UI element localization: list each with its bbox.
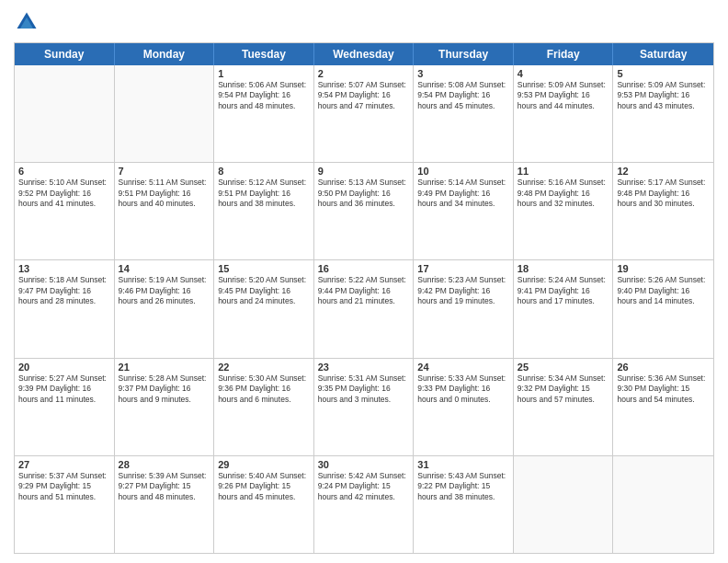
day-info: Sunrise: 5:36 AM Sunset: 9:30 PM Dayligh… (617, 373, 710, 405)
day-number: 31 (417, 459, 509, 470)
header-day-saturday: Saturday (613, 43, 713, 65)
day-info: Sunrise: 5:40 AM Sunset: 9:26 PM Dayligh… (218, 471, 310, 502)
header-day-friday: Friday (514, 43, 614, 65)
calendar-cell-day-13: 13Sunrise: 5:18 AM Sunset: 9:47 PM Dayli… (15, 260, 115, 357)
day-number: 9 (318, 166, 410, 177)
calendar-cell-day-1: 1Sunrise: 5:06 AM Sunset: 9:54 PM Daylig… (214, 65, 314, 162)
calendar-row-3: 13Sunrise: 5:18 AM Sunset: 9:47 PM Dayli… (15, 260, 713, 358)
calendar-cell-empty (514, 456, 614, 553)
header-day-wednesday: Wednesday (314, 43, 415, 65)
day-info: Sunrise: 5:26 AM Sunset: 9:40 PM Dayligh… (617, 275, 710, 306)
calendar-cell-day-16: 16Sunrise: 5:22 AM Sunset: 9:44 PM Dayli… (314, 260, 415, 357)
calendar-cell-day-4: 4Sunrise: 5:09 AM Sunset: 9:53 PM Daylig… (514, 65, 614, 162)
calendar-cell-day-6: 6Sunrise: 5:10 AM Sunset: 9:52 PM Daylig… (15, 163, 115, 259)
day-number: 22 (218, 362, 310, 373)
day-number: 8 (218, 166, 310, 177)
calendar-header: SundayMondayTuesdayWednesdayThursdayFrid… (15, 43, 713, 65)
day-number: 18 (518, 263, 609, 274)
calendar-cell-day-19: 19Sunrise: 5:26 AM Sunset: 9:40 PM Dayli… (613, 260, 713, 357)
day-number: 12 (617, 166, 710, 177)
day-number: 28 (119, 459, 210, 470)
day-info: Sunrise: 5:12 AM Sunset: 9:51 PM Dayligh… (218, 178, 310, 209)
header-day-sunday: Sunday (15, 43, 115, 65)
page: SundayMondayTuesdayWednesdayThursdayFrid… (0, 0, 728, 563)
calendar-row-1: 1Sunrise: 5:06 AM Sunset: 9:54 PM Daylig… (15, 65, 713, 163)
calendar-cell-day-18: 18Sunrise: 5:24 AM Sunset: 9:41 PM Dayli… (514, 260, 614, 357)
calendar-cell-day-29: 29Sunrise: 5:40 AM Sunset: 9:26 PM Dayli… (214, 456, 314, 553)
calendar-cell-day-9: 9Sunrise: 5:13 AM Sunset: 9:50 PM Daylig… (314, 163, 415, 259)
logo (14, 9, 43, 35)
calendar-cell-day-5: 5Sunrise: 5:09 AM Sunset: 9:53 PM Daylig… (613, 65, 713, 162)
calendar-cell-day-12: 12Sunrise: 5:17 AM Sunset: 9:48 PM Dayli… (613, 163, 713, 259)
calendar-cell-day-28: 28Sunrise: 5:39 AM Sunset: 9:27 PM Dayli… (115, 456, 215, 553)
calendar-cell-day-20: 20Sunrise: 5:27 AM Sunset: 9:39 PM Dayli… (15, 359, 115, 455)
calendar-cell-day-30: 30Sunrise: 5:42 AM Sunset: 9:24 PM Dayli… (314, 456, 415, 553)
calendar-row-4: 20Sunrise: 5:27 AM Sunset: 9:39 PM Dayli… (15, 359, 713, 456)
day-info: Sunrise: 5:42 AM Sunset: 9:24 PM Dayligh… (318, 471, 410, 502)
day-info: Sunrise: 5:22 AM Sunset: 9:44 PM Dayligh… (318, 275, 410, 306)
header-day-monday: Monday (115, 43, 215, 65)
calendar-cell-day-21: 21Sunrise: 5:28 AM Sunset: 9:37 PM Dayli… (115, 359, 215, 455)
calendar-cell-day-11: 11Sunrise: 5:16 AM Sunset: 9:48 PM Dayli… (514, 163, 614, 259)
day-info: Sunrise: 5:09 AM Sunset: 9:53 PM Dayligh… (617, 80, 710, 111)
calendar-cell-day-26: 26Sunrise: 5:36 AM Sunset: 9:30 PM Dayli… (613, 359, 713, 455)
calendar-cell-day-3: 3Sunrise: 5:08 AM Sunset: 9:54 PM Daylig… (414, 65, 514, 162)
calendar-row-5: 27Sunrise: 5:37 AM Sunset: 9:29 PM Dayli… (15, 456, 713, 553)
calendar-cell-day-17: 17Sunrise: 5:23 AM Sunset: 9:42 PM Dayli… (414, 260, 514, 357)
day-info: Sunrise: 5:17 AM Sunset: 9:48 PM Dayligh… (617, 178, 710, 209)
calendar-cell-day-25: 25Sunrise: 5:34 AM Sunset: 9:32 PM Dayli… (514, 359, 614, 455)
calendar-cell-day-15: 15Sunrise: 5:20 AM Sunset: 9:45 PM Dayli… (214, 260, 314, 357)
day-info: Sunrise: 5:27 AM Sunset: 9:39 PM Dayligh… (18, 373, 110, 405)
day-info: Sunrise: 5:20 AM Sunset: 9:45 PM Dayligh… (218, 275, 310, 306)
calendar-cell-day-23: 23Sunrise: 5:31 AM Sunset: 9:35 PM Dayli… (314, 359, 415, 455)
day-number: 24 (417, 362, 509, 373)
day-info: Sunrise: 5:24 AM Sunset: 9:41 PM Dayligh… (518, 275, 609, 306)
day-number: 27 (18, 459, 110, 470)
header-day-thursday: Thursday (414, 43, 514, 65)
day-info: Sunrise: 5:28 AM Sunset: 9:37 PM Dayligh… (119, 373, 210, 405)
day-number: 29 (218, 459, 310, 470)
day-info: Sunrise: 5:23 AM Sunset: 9:42 PM Dayligh… (417, 275, 509, 306)
calendar-cell-empty (613, 456, 713, 553)
calendar-cell-day-8: 8Sunrise: 5:12 AM Sunset: 9:51 PM Daylig… (214, 163, 314, 259)
day-info: Sunrise: 5:39 AM Sunset: 9:27 PM Dayligh… (119, 471, 210, 502)
day-number: 25 (518, 362, 609, 373)
day-number: 20 (18, 362, 110, 373)
day-info: Sunrise: 5:06 AM Sunset: 9:54 PM Dayligh… (218, 80, 310, 111)
day-number: 3 (417, 68, 509, 79)
calendar-cell-empty (15, 65, 115, 162)
calendar: SundayMondayTuesdayWednesdayThursdayFrid… (14, 42, 714, 554)
day-info: Sunrise: 5:18 AM Sunset: 9:47 PM Dayligh… (18, 275, 110, 306)
day-info: Sunrise: 5:31 AM Sunset: 9:35 PM Dayligh… (318, 373, 410, 405)
logo-icon (14, 9, 40, 35)
calendar-cell-day-14: 14Sunrise: 5:19 AM Sunset: 9:46 PM Dayli… (115, 260, 215, 357)
day-number: 14 (119, 263, 210, 274)
day-number: 4 (518, 68, 609, 79)
day-info: Sunrise: 5:16 AM Sunset: 9:48 PM Dayligh… (518, 178, 609, 209)
day-number: 7 (119, 166, 210, 177)
day-info: Sunrise: 5:43 AM Sunset: 9:22 PM Dayligh… (417, 471, 509, 502)
day-number: 21 (119, 362, 210, 373)
header (14, 9, 714, 35)
day-number: 13 (18, 263, 110, 274)
calendar-row-2: 6Sunrise: 5:10 AM Sunset: 9:52 PM Daylig… (15, 163, 713, 260)
day-number: 19 (617, 263, 710, 274)
day-info: Sunrise: 5:37 AM Sunset: 9:29 PM Dayligh… (18, 471, 110, 502)
day-number: 1 (218, 68, 310, 79)
day-info: Sunrise: 5:13 AM Sunset: 9:50 PM Dayligh… (318, 178, 410, 209)
day-number: 2 (318, 68, 410, 79)
day-number: 26 (617, 362, 710, 373)
day-info: Sunrise: 5:14 AM Sunset: 9:49 PM Dayligh… (417, 178, 509, 209)
day-info: Sunrise: 5:33 AM Sunset: 9:33 PM Dayligh… (417, 373, 509, 405)
calendar-cell-day-10: 10Sunrise: 5:14 AM Sunset: 9:49 PM Dayli… (414, 163, 514, 259)
day-info: Sunrise: 5:07 AM Sunset: 9:54 PM Dayligh… (318, 80, 410, 111)
day-number: 15 (218, 263, 310, 274)
calendar-cell-day-27: 27Sunrise: 5:37 AM Sunset: 9:29 PM Dayli… (15, 456, 115, 553)
calendar-cell-day-22: 22Sunrise: 5:30 AM Sunset: 9:36 PM Dayli… (214, 359, 314, 455)
day-info: Sunrise: 5:09 AM Sunset: 9:53 PM Dayligh… (518, 80, 609, 111)
calendar-cell-day-31: 31Sunrise: 5:43 AM Sunset: 9:22 PM Dayli… (414, 456, 514, 553)
day-info: Sunrise: 5:08 AM Sunset: 9:54 PM Dayligh… (417, 80, 509, 111)
header-day-tuesday: Tuesday (214, 43, 314, 65)
day-info: Sunrise: 5:19 AM Sunset: 9:46 PM Dayligh… (119, 275, 210, 306)
day-info: Sunrise: 5:10 AM Sunset: 9:52 PM Dayligh… (18, 178, 110, 209)
